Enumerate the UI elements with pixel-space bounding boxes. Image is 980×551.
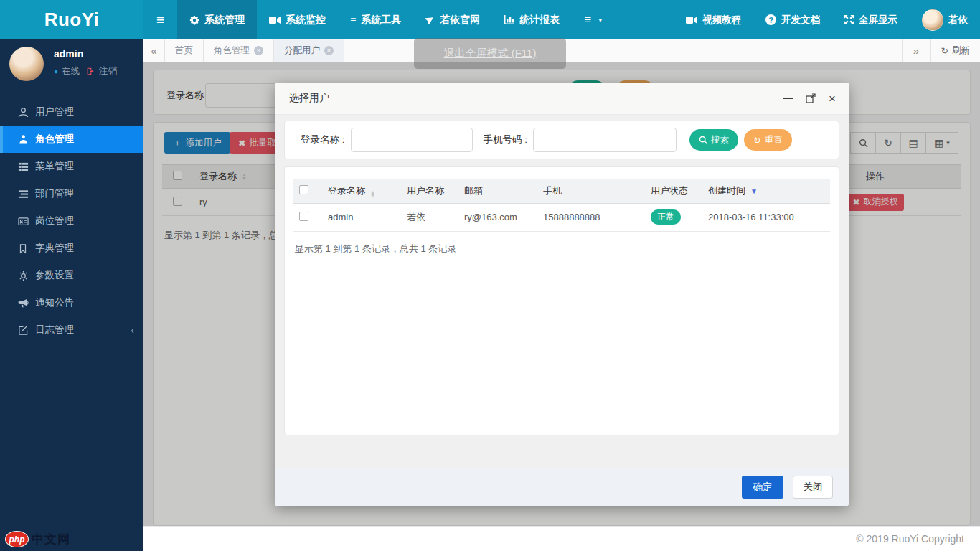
close-icon[interactable]: × — [829, 93, 836, 105]
php-logo: php — [5, 531, 29, 547]
online-dot-icon: ● — [54, 67, 58, 75]
tabs-scroll-left-button[interactable]: « — [143, 39, 165, 62]
reset-button[interactable]: ↻ 重置 — [744, 129, 791, 151]
dialog-title: 选择用户 — [275, 92, 329, 105]
bullhorn-icon — [17, 298, 29, 309]
minimize-icon[interactable] — [783, 98, 793, 99]
paper-plane-icon — [425, 15, 435, 24]
close-button[interactable]: 关闭 — [793, 476, 833, 499]
sidebar-item-menu-manage[interactable]: 菜单管理 — [0, 153, 143, 180]
sidebar-item-dict-manage[interactable]: 字典管理 — [0, 235, 143, 262]
sidebar-item-log-manage[interactable]: 日志管理 ‹ — [0, 316, 143, 344]
close-tab-icon[interactable]: × — [254, 46, 263, 55]
gear-icon — [189, 15, 199, 25]
sidebar-item-user-manage[interactable]: 用户管理 — [0, 98, 143, 126]
login-name-label: 登录名称 : — [301, 133, 345, 146]
search-button[interactable]: 搜索 — [689, 129, 738, 151]
nav-link-video-tutorial[interactable]: 视频教程 — [674, 0, 753, 39]
logout-icon — [86, 67, 95, 76]
refresh-icon: ↻ — [941, 45, 948, 56]
online-status-label: 在线 — [62, 65, 80, 77]
list-icon — [17, 161, 29, 172]
login-name-input[interactable] — [351, 128, 473, 152]
bars-icon: ≡ — [350, 14, 356, 26]
user-name: admin — [54, 48, 117, 60]
sort-desc-icon[interactable]: ▼ — [750, 187, 758, 195]
select-user-dialog: 选择用户 × 登录名称 : 手机号码 : 搜索 ↻ 重置 — [275, 83, 849, 506]
nav-item-system-manage[interactable]: 系统管理 — [177, 0, 257, 39]
sidebar-item-notice[interactable]: 通知公告 — [0, 289, 143, 316]
copyright-text: © 2019 RuoYi Copyright — [856, 533, 964, 545]
table-row-admin[interactable]: admin 若依 ry@163.com 15888888888 正常 2018-… — [293, 203, 830, 231]
php-cn-watermark: php 中文网 — [5, 531, 70, 547]
sidebar-item-post-manage[interactable]: 岗位管理 — [0, 207, 143, 235]
sun-icon — [17, 270, 29, 281]
refresh-tab-button[interactable]: ↻ 刷新 — [930, 39, 980, 62]
sidebar-item-role-manage[interactable]: 角色管理 — [0, 126, 143, 153]
phone-input[interactable] — [533, 128, 677, 152]
row-checkbox[interactable] — [299, 212, 308, 221]
edit-icon — [17, 325, 29, 336]
indent-list-icon — [17, 189, 29, 199]
chevron-down-icon: ▾ — [598, 16, 602, 24]
hamburger-icon: ≡ — [584, 13, 591, 27]
chevron-left-icon: ‹ — [131, 324, 134, 336]
sort-icons[interactable]: ▲▼ — [370, 190, 375, 197]
search-icon — [699, 136, 707, 144]
question-circle-icon: ? — [765, 14, 776, 25]
nav-item-system-tools[interactable]: ≡ 系统工具 — [338, 0, 413, 39]
role-user-icon — [17, 134, 29, 145]
dialog-table-panel: 登录名称▲▼ 用户名称 邮箱 手机 用户状态 创建时间▼ admin 若依 ry… — [284, 166, 839, 435]
select-all-checkbox[interactable] — [299, 185, 308, 194]
sidebar-item-param-settings[interactable]: 参数设置 — [0, 262, 143, 289]
video-camera-icon — [269, 16, 281, 24]
sidebar-toggle-button[interactable]: ≡ — [143, 0, 177, 39]
tab-home[interactable]: 首页 — [165, 39, 204, 62]
nav-user-menu[interactable]: 若依 — [910, 0, 980, 39]
phone-label: 手机号码 : — [484, 133, 528, 146]
page-footer: © 2019 RuoYi Copyright — [143, 526, 980, 551]
user-table: 登录名称▲▼ 用户名称 邮箱 手机 用户状态 创建时间▼ admin 若依 ry… — [293, 179, 830, 232]
table-header-row: 登录名称▲▼ 用户名称 邮箱 手机 用户状态 创建时间▼ — [293, 179, 830, 203]
nav-item-official-site[interactable]: 若依官网 — [413, 0, 492, 39]
tabs-scroll-right-button[interactable]: » — [902, 39, 930, 62]
sidebar: admin ● 在线 注销 用户管理 角色管理 菜单管理 部门管理 — [0, 39, 143, 551]
sidebar-item-dept-manage[interactable]: 部门管理 — [0, 180, 143, 207]
tab-assign-user[interactable]: 分配用户 × — [274, 39, 344, 62]
user-avatar[interactable] — [9, 47, 44, 81]
nav-item-system-monitor[interactable]: 系统监控 — [257, 0, 338, 39]
id-card-icon — [17, 216, 29, 227]
refresh-icon: ↻ — [753, 135, 760, 146]
top-navbar: RuoYi ≡ 系统管理 系统监控 ≡ 系统工具 若依官网 统计报表 ≡ ▾ — [0, 0, 980, 39]
dialog-search-panel: 登录名称 : 手机号码 : 搜索 ↻ 重置 — [284, 121, 839, 159]
bookmark-icon — [17, 243, 29, 254]
confirm-button[interactable]: 确定 — [742, 476, 783, 499]
fullscreen-exit-tip: 退出全屏模式 (F11) — [414, 38, 566, 69]
video-camera-icon — [686, 16, 697, 24]
dialog-footer: 确定 关闭 — [275, 468, 849, 506]
bar-chart-icon — [504, 15, 514, 24]
brand-logo: RuoYi — [0, 0, 143, 39]
logout-link[interactable]: 注销 — [99, 65, 117, 77]
dialog-body: 登录名称 : 手机号码 : 搜索 ↻ 重置 登录名称▲▼ — [275, 115, 849, 468]
nav-link-dev-docs[interactable]: ? 开发文档 — [753, 0, 832, 39]
pagination-info: 显示第 1 到第 1 条记录，总共 1 条记录 — [295, 242, 829, 255]
dialog-header: 选择用户 × — [275, 83, 849, 115]
maximize-icon[interactable] — [806, 93, 816, 103]
nav-menu-dropdown[interactable]: ≡ ▾ — [572, 0, 614, 39]
fullscreen-icon — [844, 15, 854, 24]
status-badge: 正常 — [651, 209, 681, 225]
sidebar-menu: 用户管理 角色管理 菜单管理 部门管理 岗位管理 字典管理 参数设置 通知公告 — [0, 98, 143, 344]
user-avatar — [922, 9, 943, 31]
hamburger-icon: ≡ — [156, 12, 164, 28]
nav-link-fullscreen[interactable]: 全屏显示 — [832, 0, 910, 39]
nav-item-statistics[interactable]: 统计报表 — [492, 0, 572, 39]
tab-role-manage[interactable]: 角色管理 × — [204, 39, 274, 62]
close-tab-icon[interactable]: × — [324, 46, 334, 55]
user-icon — [17, 107, 29, 118]
sidebar-user-panel: admin ● 在线 注销 — [0, 39, 143, 88]
